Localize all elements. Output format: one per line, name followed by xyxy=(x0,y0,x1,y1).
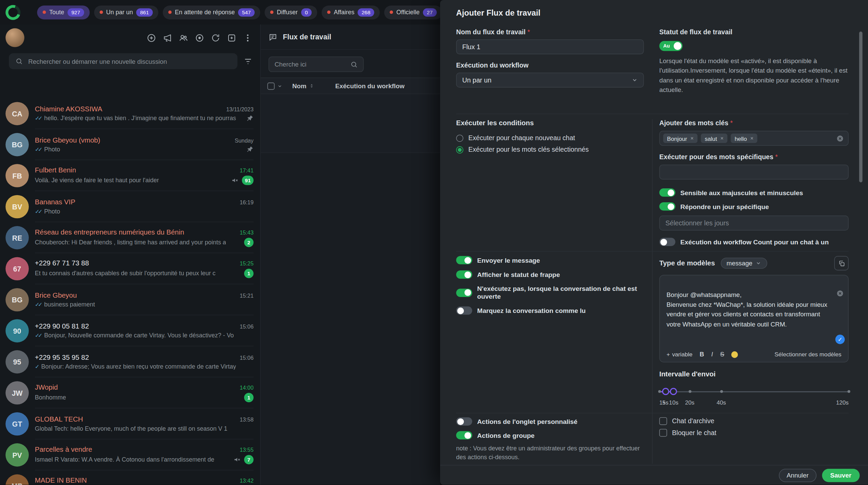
cancel-button[interactable]: Annuler xyxy=(779,468,816,482)
chat-preview-text: Global Tech: hello Everyone, much of the… xyxy=(35,425,228,432)
workflow-name-input[interactable] xyxy=(456,39,644,54)
chat-list-item[interactable]: 95 +229 95 35 95 82 15:06 ✓Bonjour: Adre… xyxy=(0,346,260,377)
chat-list-item[interactable]: BV Bananas VIP 16:19 ✓✓Photo xyxy=(0,191,260,222)
chat-search-input[interactable] xyxy=(28,58,231,65)
groups-icon[interactable] xyxy=(179,33,188,42)
chat-list-item[interactable]: BG Brice Gbeyou (vmob) Sunday ✓✓Photo xyxy=(0,129,260,160)
chat-list-item[interactable]: RE Réseau des entrepreneurs numériques d… xyxy=(0,222,260,253)
send-interval-slider[interactable] xyxy=(659,388,848,395)
slider-mark-label: 5s xyxy=(662,399,668,406)
tab-status-dot xyxy=(100,11,103,14)
radio-option[interactable]: Exécuter pour chaque nouveau chat xyxy=(456,134,644,142)
chat-list-item[interactable]: FB Fulbert Benin 17:41 Voilà. Je viens d… xyxy=(0,160,260,191)
checkbox[interactable] xyxy=(659,417,667,425)
select-templates-link[interactable]: Sélectionner des modèles xyxy=(774,350,841,359)
save-button[interactable]: Sauver xyxy=(822,468,860,482)
remove-tag-icon[interactable]: × xyxy=(690,135,694,141)
select-all-checkbox[interactable] xyxy=(268,82,275,89)
workflow-status-toggle[interactable]: Au xyxy=(659,41,683,51)
clear-message-icon[interactable] xyxy=(836,280,844,306)
chat-name: Brice Gbeyou xyxy=(35,292,77,299)
avatar: 95 xyxy=(5,350,29,374)
radio-option[interactable]: Exécuter pour les mots clés sélectionnés xyxy=(456,146,644,153)
strikethrough-button[interactable]: S xyxy=(720,350,724,359)
workflow-execution-label: Exécution du workflow xyxy=(456,61,644,69)
new-chat-icon[interactable] xyxy=(147,33,156,42)
filter-icon[interactable] xyxy=(243,57,252,66)
slider-mark-label: 40s xyxy=(717,399,726,406)
keyword-tag-label: Bonjour xyxy=(667,135,687,142)
toggle-switch[interactable] xyxy=(456,306,472,315)
chevron-down-icon xyxy=(632,77,638,83)
keyword-tag-label: salut xyxy=(705,135,717,142)
slider-handle-max[interactable] xyxy=(670,388,677,395)
days-select-input[interactable] xyxy=(659,216,848,230)
status-icon[interactable] xyxy=(195,33,204,42)
profile-avatar[interactable] xyxy=(5,28,24,47)
sort-icon[interactable] xyxy=(307,83,314,89)
filter-tab[interactable]: Un par un 861 xyxy=(94,5,158,19)
chat-list-item[interactable]: MB MADE IN BENIN 13:42 +229 96 01 82 : T… xyxy=(0,470,260,485)
add-tab-icon[interactable] xyxy=(227,33,236,42)
toggle-switch[interactable] xyxy=(456,271,472,279)
modal-scrollbar[interactable] xyxy=(859,32,863,182)
toggle-switch[interactable] xyxy=(659,188,675,197)
chat-list-item[interactable]: 90 +229 90 05 81 82 15:06 ✓✓Bonjour, Nou… xyxy=(0,315,260,346)
status-toggle-text: Au xyxy=(663,43,670,49)
broadcast-icon[interactable] xyxy=(163,33,172,42)
chat-list-item[interactable]: GT GLOBAL TECH 13:58 Global Tech: hello … xyxy=(0,408,260,439)
toggle-switch[interactable] xyxy=(659,238,675,246)
add-variable-button[interactable]: + variable xyxy=(667,350,693,359)
keywords-input[interactable]: Bonjour × salut × hello × xyxy=(659,131,848,146)
menu-kebab-icon[interactable] xyxy=(243,33,253,42)
toggle-switch[interactable] xyxy=(659,202,675,210)
chat-list-item[interactable]: BG Brice Gbeyou 15:21 ✓✓business paiemen… xyxy=(0,284,260,315)
toggle-switch[interactable] xyxy=(456,417,472,425)
workflow-name-label: Nom du flux de travail xyxy=(456,28,644,36)
avatar-initials: GT xyxy=(12,420,22,428)
message-editor[interactable]: Bonjour @whatsappname, Bienvenue chez *W… xyxy=(659,275,848,362)
italic-button[interactable]: I xyxy=(711,350,713,359)
bold-button[interactable]: B xyxy=(700,350,704,359)
column-header-name[interactable]: Nom xyxy=(292,82,307,89)
specific-words-input[interactable] xyxy=(659,165,848,180)
remove-tag-icon[interactable]: × xyxy=(750,135,754,141)
chat-preview: ✓✓Bonjour, Nouvelle commande de carte Vi… xyxy=(35,332,234,339)
toggle-switch[interactable] xyxy=(456,431,472,439)
filter-tab[interactable]: Affaires 268 xyxy=(322,5,380,19)
workflow-search-input[interactable] xyxy=(275,61,346,68)
template-type-select[interactable]: message xyxy=(721,258,767,269)
specific-words-label: Exécuter pour des mots spécifiques xyxy=(659,153,848,161)
workflow-execution-select[interactable]: Un par un xyxy=(456,73,644,88)
avatar-initials: 95 xyxy=(13,358,21,366)
copy-button[interactable] xyxy=(834,256,848,270)
chat-list-item[interactable]: JW JWopid 14:00 Bonhomme 1 xyxy=(0,377,260,408)
toggle-switch[interactable] xyxy=(456,256,472,264)
toggle-switch[interactable] xyxy=(456,288,472,297)
emoji-icon[interactable] xyxy=(731,351,738,358)
avatar-initials: RE xyxy=(12,234,22,242)
tab-count-badge: 547 xyxy=(238,8,255,16)
avatar-initials: JW xyxy=(12,389,23,397)
remove-tag-icon[interactable]: × xyxy=(720,135,724,141)
slider-handle-min[interactable] xyxy=(662,388,669,395)
chat-search[interactable] xyxy=(9,53,237,69)
checkbox[interactable] xyxy=(659,429,667,437)
filter-tab[interactable]: En attente de réponse 547 xyxy=(163,5,260,19)
sync-icon[interactable] xyxy=(211,33,220,42)
filter-tab[interactable]: Toute 927 xyxy=(37,5,90,19)
chevron-down-icon[interactable] xyxy=(275,83,282,89)
actions-toggles: Actions de l'onglet personnalisé Actions… xyxy=(456,417,644,439)
column-header-execution[interactable]: Exécution du workflow xyxy=(335,82,405,89)
filter-tab[interactable]: Officielle 27 xyxy=(384,5,442,19)
filter-tab[interactable]: Diffuser 0 xyxy=(265,5,317,19)
chat-list-item[interactable]: CA Chiamine AKOSSIWA 13/11/2023 ✓✓hello.… xyxy=(0,98,260,129)
avatar: GT xyxy=(5,412,29,436)
clear-keywords-icon[interactable] xyxy=(836,135,844,142)
keyword-tag-label: hello xyxy=(735,135,747,142)
workflow-search[interactable] xyxy=(269,57,364,72)
chat-list-item[interactable]: 67 +229 67 71 73 88 15:25 Et tu connais … xyxy=(0,253,260,284)
toggle-row: Afficher le statut de frappe xyxy=(456,271,644,279)
sidebar-header xyxy=(0,24,260,51)
chat-list-item[interactable]: PV Parcelles à vendre 13:55 Ismael R Var… xyxy=(0,440,260,470)
